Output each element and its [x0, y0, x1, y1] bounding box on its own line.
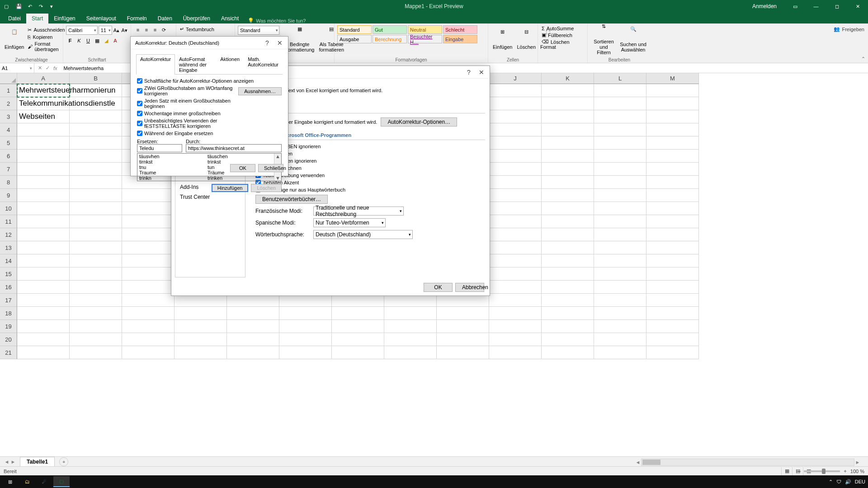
underline-button[interactable]: U [84, 37, 92, 45]
cell[interactable] [646, 202, 699, 215]
fontsize-combo[interactable]: 11 [99, 26, 112, 35]
cell[interactable] [489, 84, 542, 97]
zoom-level[interactable]: 100 % [850, 469, 864, 474]
row-head[interactable]: 4 [0, 123, 17, 136]
cell[interactable] [384, 333, 437, 346]
cancel-formula-icon[interactable]: ✕ [38, 65, 42, 71]
cell[interactable] [175, 307, 227, 320]
tab-view[interactable]: Ansicht [216, 14, 244, 23]
cell[interactable] [332, 320, 384, 333]
cell[interactable] [646, 163, 699, 176]
cell[interactable] [594, 254, 646, 267]
cell[interactable] [594, 110, 646, 123]
style-neutral[interactable]: Neutral [408, 25, 442, 34]
cell[interactable] [594, 97, 646, 110]
redo-icon[interactable]: ↷ [35, 1, 46, 12]
cell[interactable] [122, 202, 175, 215]
cell[interactable] [594, 136, 646, 150]
row-head[interactable]: 9 [0, 189, 17, 202]
cell[interactable] [70, 215, 122, 228]
cell[interactable] [17, 189, 70, 202]
col-head[interactable]: K [542, 73, 594, 84]
tab-formulas[interactable]: Formeln [122, 14, 152, 23]
cell[interactable] [594, 320, 646, 333]
cell[interactable] [542, 307, 594, 320]
cell[interactable] [646, 84, 699, 97]
select-all-corner[interactable] [0, 73, 17, 84]
cell[interactable] [70, 97, 122, 110]
cell[interactable] [279, 333, 332, 346]
maximize-icon[interactable]: ◻ [826, 0, 847, 13]
cut-button[interactable]: ✂Ausschneiden [27, 27, 66, 33]
excel-taskbar-icon[interactable]: ▢ [53, 476, 70, 487]
enter-formula-icon[interactable]: ✓ [46, 65, 50, 71]
cell[interactable] [122, 254, 175, 267]
tab-home[interactable]: Start [26, 14, 48, 23]
cell[interactable] [646, 281, 699, 294]
exceptions-button[interactable]: Ausnahmen… [238, 87, 282, 95]
cell[interactable] [542, 294, 594, 307]
cell[interactable] [175, 333, 227, 346]
cell[interactable] [594, 163, 646, 176]
cell[interactable] [542, 97, 594, 110]
row-head[interactable]: 20 [0, 333, 17, 346]
ribbon-display-icon[interactable]: ▭ [785, 0, 806, 13]
cell[interactable] [227, 320, 279, 333]
cell[interactable] [175, 346, 227, 359]
cell[interactable] [17, 163, 70, 176]
chk-capslock[interactable]: Unbeabsichtigtes Verwenden der fESTSTELL… [137, 117, 235, 130]
file-explorer-icon[interactable]: 🗂 [19, 476, 35, 487]
cell[interactable] [70, 110, 122, 123]
row-head[interactable]: 11 [0, 215, 17, 228]
list-item[interactable]: Traume [137, 170, 206, 175]
add-button[interactable]: Hinzufügen [212, 184, 249, 192]
orientation-icon[interactable]: ⟳ [160, 26, 168, 34]
cell[interactable] [70, 320, 122, 333]
list-item[interactable]: tnu [137, 164, 206, 170]
cell[interactable] [17, 136, 70, 150]
cell[interactable] [594, 267, 646, 281]
row-head[interactable]: 17 [0, 294, 17, 307]
options-cancel-button[interactable]: Abbrechen [455, 283, 484, 292]
find-select-button[interactable]: 🔍Suchen und Auswählen [618, 25, 648, 53]
cell[interactable] [594, 202, 646, 215]
cell[interactable] [70, 254, 122, 267]
cell[interactable] [542, 202, 594, 215]
row-head[interactable]: 13 [0, 241, 17, 254]
cell[interactable] [17, 215, 70, 228]
cell[interactable] [594, 176, 646, 189]
cell[interactable] [70, 84, 122, 97]
cell[interactable] [542, 267, 594, 281]
name-box[interactable]: A1 [0, 63, 34, 73]
cell[interactable] [332, 307, 384, 320]
cell[interactable] [542, 320, 594, 333]
french-mode-select[interactable]: Traditionelle und neue Rechtschreibung [313, 206, 404, 216]
cell[interactable] [70, 241, 122, 254]
cell[interactable] [542, 136, 594, 150]
cell[interactable] [646, 110, 699, 123]
cell[interactable] [542, 110, 594, 123]
cell[interactable] [489, 333, 542, 346]
cell[interactable] [594, 84, 646, 97]
cell[interactable] [489, 136, 542, 150]
row-head[interactable]: 10 [0, 202, 17, 215]
row-head[interactable]: 21 [0, 346, 17, 359]
chk-two-caps[interactable]: ZWei GRoßbuchstaben am WOrtanfang korrig… [137, 84, 235, 97]
chk-show-ac-button[interactable]: Schaltfläche für AutoKorrektur-Optionen … [137, 77, 282, 84]
cell[interactable] [489, 150, 542, 163]
cell[interactable] [437, 333, 489, 346]
share-button[interactable]: 👥Freigeben [834, 26, 864, 32]
cell[interactable] [70, 228, 122, 241]
cell[interactable] [17, 320, 70, 333]
cell[interactable] [489, 307, 542, 320]
cell[interactable] [17, 202, 70, 215]
row-head[interactable]: 14 [0, 254, 17, 267]
zoom-in-icon[interactable]: ＋ [843, 468, 848, 474]
tray-shield-icon[interactable]: 🛡 [836, 479, 841, 484]
cell[interactable] [594, 123, 646, 136]
align-top-icon[interactable]: ≡ [134, 26, 142, 34]
cell[interactable] [332, 346, 384, 359]
cell[interactable] [17, 241, 70, 254]
col-head[interactable]: A [17, 73, 70, 84]
cell[interactable] [384, 346, 437, 359]
